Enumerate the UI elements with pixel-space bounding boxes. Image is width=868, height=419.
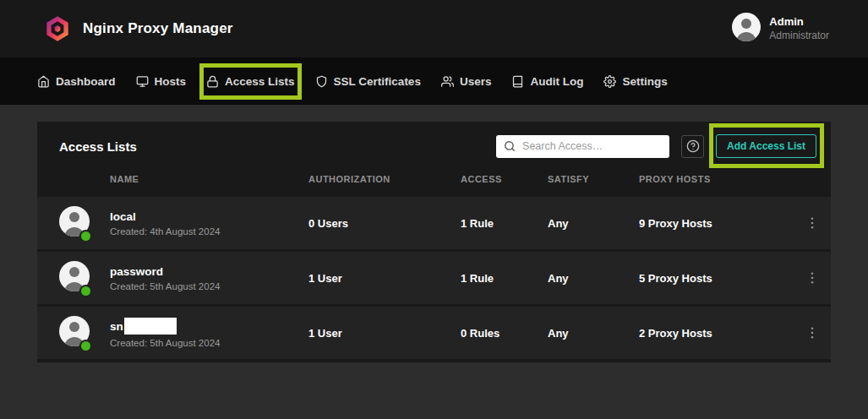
access-list-name: password xyxy=(110,265,163,278)
nav-item-users[interactable]: Users xyxy=(441,75,492,88)
column-header-name: NAME xyxy=(110,174,308,184)
main-nav: Dashboard Hosts Access Lists SSL Certifi… xyxy=(0,57,868,105)
nav-item-settings[interactable]: Settings xyxy=(603,75,667,88)
satisfy-cell: Any xyxy=(548,272,639,285)
row-avatar xyxy=(59,206,90,240)
row-menu-button[interactable] xyxy=(794,252,831,304)
row-avatar xyxy=(59,316,90,350)
proxy-hosts-cell: 2 Proxy Hosts xyxy=(639,327,794,340)
help-circle-icon xyxy=(686,139,700,153)
column-header-access: ACCESS xyxy=(461,174,548,184)
lock-icon xyxy=(206,75,219,88)
kebab-menu-icon xyxy=(805,270,820,286)
nav-item-dashboard[interactable]: Dashboard xyxy=(37,75,116,88)
table-row[interactable]: sn Created: 5th August 2024 1 User 0 Rul… xyxy=(37,307,831,359)
nav-item-audit-log[interactable]: Audit Log xyxy=(511,75,583,88)
user-avatar xyxy=(732,13,761,45)
proxy-hosts-cell: 9 Proxy Hosts xyxy=(639,217,794,230)
row-menu-button[interactable] xyxy=(794,197,831,249)
online-status-dot xyxy=(81,231,90,241)
monitor-icon xyxy=(136,75,149,88)
page-title: Access Lists xyxy=(59,139,137,154)
nav-item-hosts[interactable]: Hosts xyxy=(136,75,187,88)
top-bar: Nginx Proxy Manager Admin Administrator xyxy=(0,0,868,57)
table-header-row: NAME AUTHORIZATION ACCESS SATISFY PROXY … xyxy=(37,166,831,197)
nav-item-ssl-certificates[interactable]: SSL Certificates xyxy=(315,75,421,88)
kebab-menu-icon xyxy=(805,215,820,231)
main-content: Access Lists Add Access List NAME A xyxy=(0,105,868,362)
proxy-hosts-cell: 5 Proxy Hosts xyxy=(639,272,794,285)
access-list-created: Created: 4th August 2024 xyxy=(110,226,308,237)
row-menu-button[interactable] xyxy=(794,307,831,359)
column-header-authorization: AUTHORIZATION xyxy=(308,174,461,184)
authorization-cell: 0 Users xyxy=(308,217,461,230)
authorization-cell: 1 User xyxy=(308,272,461,285)
access-list-created: Created: 5th August 2024 xyxy=(110,281,308,291)
table-row[interactable]: password Created: 5th August 2024 1 User… xyxy=(37,252,831,304)
nav-item-access-lists[interactable]: Access Lists xyxy=(206,75,295,88)
app-brand[interactable]: Nginx Proxy Manager xyxy=(44,15,233,42)
shield-icon xyxy=(315,75,328,88)
access-cell: 1 Rule xyxy=(461,272,548,285)
access-list-created: Created: 5th August 2024 xyxy=(110,338,308,348)
satisfy-cell: Any xyxy=(548,327,639,340)
authorization-cell: 1 User xyxy=(308,327,461,340)
home-icon xyxy=(37,75,50,88)
online-status-dot xyxy=(81,341,90,351)
app-title: Nginx Proxy Manager xyxy=(83,20,233,37)
user-name: Admin xyxy=(769,15,829,29)
row-avatar xyxy=(59,261,90,295)
user-role: Administrator xyxy=(769,30,829,42)
access-cell: 1 Rule xyxy=(461,217,548,230)
users-icon xyxy=(441,75,454,88)
app-logo-icon xyxy=(44,15,71,42)
gear-icon xyxy=(603,75,616,88)
user-menu[interactable]: Admin Administrator xyxy=(732,13,829,45)
search-box xyxy=(496,135,669,158)
book-icon xyxy=(511,75,524,88)
column-header-satisfy: SATISFY xyxy=(548,174,639,184)
access-list-name: local xyxy=(110,210,136,223)
access-cell: 0 Rules xyxy=(461,327,548,340)
access-lists-panel: Access Lists Add Access List NAME A xyxy=(37,122,831,362)
search-icon xyxy=(504,140,516,152)
satisfy-cell: Any xyxy=(548,217,639,230)
redaction-box xyxy=(124,318,177,335)
access-lists-table: NAME AUTHORIZATION ACCESS SATISFY PROXY … xyxy=(37,166,831,359)
search-input[interactable] xyxy=(521,139,662,153)
help-button[interactable] xyxy=(681,135,704,158)
online-status-dot xyxy=(81,286,90,296)
add-access-list-button[interactable]: Add Access List xyxy=(716,134,816,158)
table-row[interactable]: local Created: 4th August 2024 0 Users 1… xyxy=(37,197,831,249)
column-header-proxy-hosts: PROXY HOSTS xyxy=(639,174,794,184)
kebab-menu-icon xyxy=(805,325,820,340)
access-list-name: sn xyxy=(110,320,123,333)
